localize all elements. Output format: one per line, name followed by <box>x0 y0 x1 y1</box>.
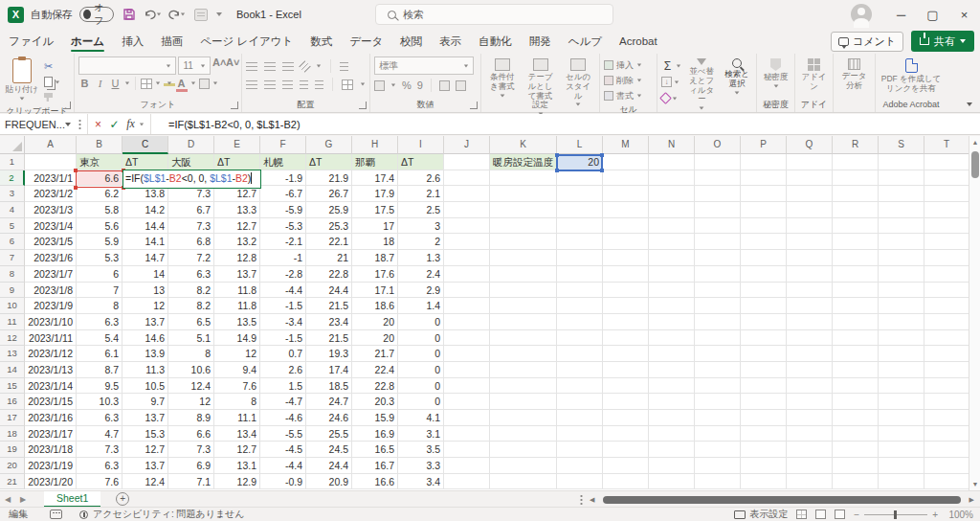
cell-F2[interactable]: -1.9 <box>260 170 306 187</box>
cell-S2[interactable] <box>879 170 924 187</box>
sensitivity-button[interactable]: 秘密度 <box>761 57 791 90</box>
cell-M7[interactable] <box>603 250 649 266</box>
fill-button[interactable]: ↓ <box>661 75 681 89</box>
cell-B8[interactable]: 6 <box>77 266 122 283</box>
cell-M2[interactable] <box>603 170 649 187</box>
cell-A15[interactable]: 2023/1/14 <box>25 378 77 395</box>
cell-T5[interactable] <box>924 218 969 235</box>
cell-S19[interactable] <box>879 442 924 458</box>
cell-N19[interactable] <box>649 442 695 458</box>
align-right-icon[interactable] <box>282 80 294 89</box>
cell-B7[interactable]: 5.3 <box>77 250 122 266</box>
cell-R8[interactable] <box>833 266 879 283</box>
cell-F11[interactable]: -3.4 <box>260 314 306 330</box>
cell-T8[interactable] <box>924 266 969 283</box>
ribbon-tab-ヘルプ[interactable]: ヘルプ <box>560 29 611 54</box>
cell-B21[interactable]: 7.6 <box>77 474 122 490</box>
sheet-tab-sheet1[interactable]: Sheet1 <box>44 491 100 508</box>
font-dialog-launcher-icon[interactable] <box>231 102 238 109</box>
cell-T2[interactable] <box>924 170 969 187</box>
cell-K15[interactable] <box>490 378 557 395</box>
data-analysis-button[interactable]: データ分析 <box>837 57 871 93</box>
cell-C15[interactable]: 10.5 <box>122 378 168 395</box>
cell-B20[interactable]: 6.3 <box>77 458 122 474</box>
cell-G15[interactable]: 18.5 <box>306 378 352 395</box>
cell-S6[interactable] <box>879 234 924 250</box>
column-header-G[interactable]: G <box>306 136 352 154</box>
cell-O3[interactable] <box>695 186 741 202</box>
cell-D5[interactable]: 7.3 <box>168 218 214 235</box>
ribbon-tab-挿入[interactable]: 挿入 <box>113 29 152 54</box>
cell-O13[interactable] <box>695 346 741 362</box>
cell-F15[interactable]: 1.5 <box>260 378 306 395</box>
row-header-15[interactable]: 15 <box>0 378 25 395</box>
cell-C2[interactable] <box>122 170 168 187</box>
decrease-font-icon[interactable]: A˅ <box>226 57 237 75</box>
row-header-5[interactable]: 5 <box>0 218 25 235</box>
cell-C1[interactable]: ΔT <box>122 154 168 170</box>
cell-P9[interactable] <box>741 283 787 299</box>
cell-L6[interactable] <box>557 234 603 250</box>
addins-button[interactable]: アドイン <box>799 57 829 94</box>
cell-N14[interactable] <box>649 362 695 378</box>
cell-A12[interactable]: 2023/1/11 <box>25 330 77 347</box>
cancel-entry-icon[interactable]: × <box>90 118 106 131</box>
row-header-13[interactable]: 13 <box>0 346 25 362</box>
cell-K2[interactable] <box>490 170 557 187</box>
cell-F8[interactable]: -2.8 <box>260 266 306 283</box>
cell-E7[interactable]: 12.8 <box>214 250 260 266</box>
copy-button[interactable] <box>44 75 60 89</box>
cell-D3[interactable]: 7.3 <box>168 186 214 202</box>
cell-J16[interactable] <box>444 394 490 410</box>
cell-P1[interactable] <box>741 154 787 170</box>
ribbon-tab-ホーム[interactable]: ホーム <box>62 29 113 54</box>
orientation-icon[interactable] <box>299 60 311 73</box>
cell-F20[interactable]: -4.4 <box>260 458 306 474</box>
cell-N4[interactable] <box>649 202 695 218</box>
cell-T4[interactable] <box>924 202 969 218</box>
delete-cells-button[interactable]: 削除 <box>604 74 653 87</box>
cell-K21[interactable] <box>490 474 557 490</box>
clear-button[interactable] <box>661 91 681 105</box>
cell-S1[interactable] <box>879 154 924 170</box>
cell-E8[interactable]: 13.7 <box>214 266 260 283</box>
cell-T20[interactable] <box>924 458 969 474</box>
cell-K18[interactable] <box>490 426 557 442</box>
cell-O4[interactable] <box>695 202 741 218</box>
cell-L19[interactable] <box>557 442 603 458</box>
cell-H14[interactable]: 22.4 <box>352 362 398 378</box>
cell-E6[interactable]: 13.2 <box>214 234 260 250</box>
cell-J14[interactable] <box>444 362 490 378</box>
cell-P5[interactable] <box>741 218 787 235</box>
cell-O6[interactable] <box>695 234 741 250</box>
cell-H18[interactable]: 16.9 <box>352 426 398 442</box>
cell-H12[interactable]: 20 <box>352 330 398 347</box>
cell-B10[interactable]: 8 <box>77 298 122 314</box>
cell-T16[interactable] <box>924 394 969 410</box>
cell-S7[interactable] <box>879 250 924 266</box>
cell-T15[interactable] <box>924 378 969 395</box>
cell-R13[interactable] <box>833 346 879 362</box>
column-header-E[interactable]: E <box>214 136 260 154</box>
insert-cells-button[interactable]: 挿入 <box>604 58 653 72</box>
collapse-ribbon-icon[interactable] <box>967 97 972 108</box>
column-header-L[interactable]: L <box>557 136 603 154</box>
cell-A1[interactable] <box>25 154 77 170</box>
cell-J20[interactable] <box>444 458 490 474</box>
cell-D18[interactable]: 6.6 <box>168 426 214 442</box>
row-header-18[interactable]: 18 <box>0 426 25 442</box>
cell-P4[interactable] <box>741 202 787 218</box>
cell-J11[interactable] <box>444 314 490 330</box>
cell-E1[interactable]: ΔT <box>214 154 260 170</box>
cell-R5[interactable] <box>833 218 879 235</box>
cell-L9[interactable] <box>557 283 603 299</box>
scroll-right-icon[interactable]: ▶ <box>965 496 974 504</box>
cell-G21[interactable]: 20.9 <box>306 474 352 490</box>
cell-K12[interactable] <box>490 330 557 347</box>
page-layout-view-icon[interactable] <box>815 510 826 519</box>
cell-A17[interactable]: 2023/1/16 <box>25 410 77 426</box>
cell-I12[interactable]: 0 <box>398 330 444 347</box>
cell-S5[interactable] <box>879 218 924 235</box>
cell-Q14[interactable] <box>787 362 833 378</box>
cell-D7[interactable]: 7.2 <box>168 250 214 266</box>
